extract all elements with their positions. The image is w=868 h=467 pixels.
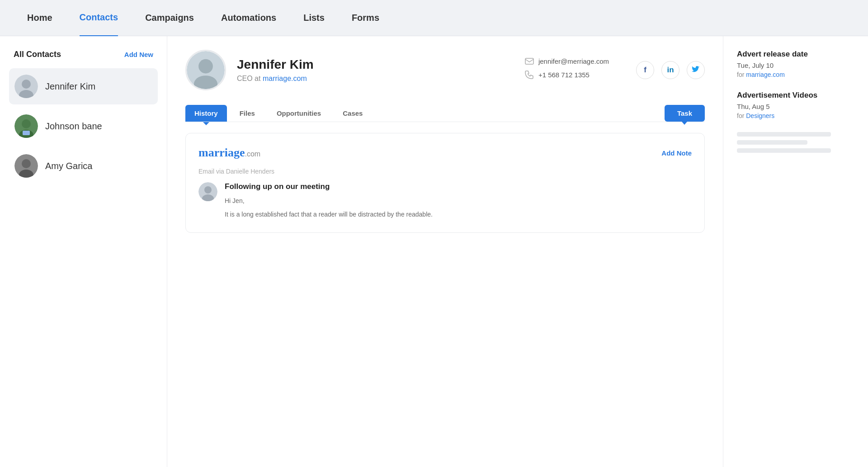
add-new-button[interactable]: Add New [124, 51, 153, 58]
profile-info: Jennifer Kim CEO at marriage.com [237, 57, 314, 83]
profile-avatar [185, 50, 226, 90]
nav-automations[interactable]: Automations [221, 0, 276, 36]
profile-tabs: History Files Opportunities Cases Task [185, 105, 705, 122]
marriage-logo: marriage.com [198, 146, 260, 160]
contact-header: Jennifer Kim CEO at marriage.com jennife… [185, 50, 705, 90]
svg-point-8 [22, 159, 31, 168]
event-item-1: Advert release date Tue, July 10 for mar… [737, 50, 854, 78]
event-for-1: for marriage.com [737, 71, 854, 78]
svg-rect-6 [23, 131, 30, 135]
all-contacts-title: All Contacts [14, 50, 61, 59]
tab-opportunities[interactable]: Opportunities [268, 105, 330, 122]
tab-cases[interactable]: Cases [334, 105, 372, 122]
event-company-link-2[interactable]: Designers [746, 112, 774, 119]
event-item-2: Advertisement Videos Thu, Aug 5 for Desi… [737, 91, 854, 119]
svg-point-15 [204, 186, 212, 193]
email-greeting: Hi Jen, [225, 196, 433, 206]
sidebar-header: All Contacts Add New [9, 50, 158, 59]
main-layout: All Contacts Add New Jennifer Kim [0, 36, 868, 467]
skeleton-line-2 [737, 140, 807, 145]
svg-point-4 [22, 119, 31, 128]
contact-name-jennifer: Jennifer Kim [45, 81, 95, 92]
linkedin-icon[interactable]: in [661, 61, 679, 79]
email-card: marriage.com Add Note Email via Danielle… [185, 133, 705, 233]
event-date-2: Thu, Aug 5 [737, 103, 854, 110]
contact-item-johnson[interactable]: Johnson bane [9, 108, 158, 144]
profile-role: CEO at marriage.com [237, 75, 314, 83]
facebook-icon[interactable]: f [636, 61, 654, 79]
email-body: Following up on our meeting Hi Jen, It i… [198, 182, 692, 220]
logo-com: .com [245, 150, 261, 158]
skeleton-line-1 [737, 132, 831, 137]
contact-item-jennifer[interactable]: Jennifer Kim [9, 68, 158, 104]
contact-avatar-johnson [14, 114, 38, 138]
svg-point-11 [198, 59, 213, 74]
profile-name: Jennifer Kim [237, 57, 314, 72]
svg-point-1 [22, 80, 31, 89]
phone-value: +1 568 712 1355 [538, 71, 590, 79]
email-card-header: marriage.com Add Note [198, 146, 692, 160]
logo-text: marriage [198, 146, 245, 159]
company-link[interactable]: marriage.com [263, 75, 307, 82]
twitter-icon[interactable] [687, 61, 705, 79]
event-date-1: Tue, July 10 [737, 61, 854, 69]
event-title-1: Advert release date [737, 50, 854, 59]
profile-area: Jennifer Kim CEO at marriage.com jennife… [167, 36, 723, 467]
contact-avatar-jennifer [14, 75, 38, 98]
social-icons: f in [636, 61, 705, 79]
nav-campaigns[interactable]: Campaigns [145, 0, 194, 36]
task-button[interactable]: Task [665, 105, 705, 122]
contact-meta: jennifer@merriage.com +1 568 712 1355 [525, 57, 609, 84]
nav-forms[interactable]: Forms [352, 0, 379, 36]
contact-name-amy: Amy Garica [45, 161, 92, 171]
nav-lists[interactable]: Lists [303, 0, 325, 36]
nav-contacts[interactable]: Contacts [80, 0, 118, 37]
email-content: Following up on our meeting Hi Jen, It i… [225, 182, 433, 220]
meta-email: jennifer@merriage.com [525, 57, 609, 66]
skeleton-line-3 [737, 148, 831, 153]
contacts-sidebar: All Contacts Add New Jennifer Kim [0, 36, 167, 467]
contact-avatar-amy [14, 154, 38, 178]
email-value: jennifer@merriage.com [538, 57, 609, 65]
contact-name-johnson: Johnson bane [45, 121, 102, 132]
event-company-link-1[interactable]: marriage.com [746, 71, 785, 78]
add-note-link[interactable]: Add Note [661, 149, 692, 157]
tab-files[interactable]: Files [231, 105, 264, 122]
email-body-text: It is a long established fact that a rea… [225, 209, 433, 219]
event-title-2: Advertisement Videos [737, 91, 854, 100]
tab-history[interactable]: History [185, 105, 227, 122]
sender-avatar [198, 182, 217, 201]
email-via: Email via Danielle Henders [198, 168, 692, 175]
top-navigation: Home Contacts Campaigns Automations List… [0, 0, 868, 36]
meta-phone: +1 568 712 1355 [525, 70, 609, 79]
event-for-2: for Designers [737, 112, 854, 119]
contact-item-amy[interactable]: Amy Garica [9, 148, 158, 184]
email-subject: Following up on our meeting [225, 182, 433, 191]
nav-home[interactable]: Home [27, 0, 52, 36]
events-sidebar: Advert release date Tue, July 10 for mar… [723, 36, 868, 467]
svg-rect-13 [525, 58, 533, 64]
